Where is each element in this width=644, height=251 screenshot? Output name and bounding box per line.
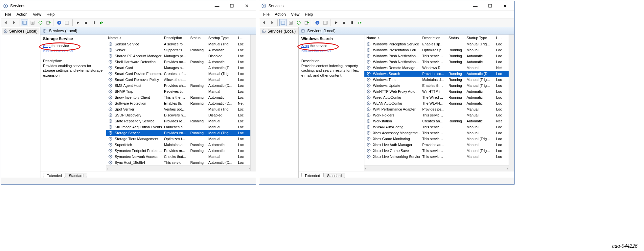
- forward-button[interactable]: [268, 19, 276, 26]
- service-row[interactable]: Spot Verifier Verifies pote... Manual (T…: [106, 106, 250, 112]
- menu-file[interactable]: File: [261, 12, 272, 17]
- properties-button[interactable]: [287, 19, 294, 26]
- vertical-scrollbar[interactable]: [509, 35, 514, 171]
- service-row[interactable]: Xbox Live Networking Service This servic…: [364, 154, 509, 160]
- start-service-button[interactable]: [333, 19, 340, 26]
- service-row[interactable]: Sync Host_15c8b4 This service ... Runnin…: [106, 160, 250, 165]
- stop-service-link[interactable]: Stop the service: [43, 44, 69, 48]
- pause-service-button[interactable]: [90, 19, 97, 26]
- service-row[interactable]: Storage Service Provides en... Running M…: [106, 130, 250, 136]
- maximize-button[interactable]: [483, 1, 497, 11]
- refresh-button[interactable]: [37, 19, 44, 26]
- service-row[interactable]: Xbox Live Game Save This service ... Man…: [364, 148, 509, 154]
- service-row[interactable]: Smart Card Manages ac... Automatic (T...…: [106, 65, 250, 71]
- service-row[interactable]: Windows Time Maintains d... Running Manu…: [364, 77, 509, 83]
- close-button[interactable]: ✕: [497, 1, 512, 11]
- col-logon[interactable]: Log: [494, 36, 504, 40]
- service-row[interactable]: Shell Hardware Detection Provides no... …: [106, 59, 250, 65]
- service-row[interactable]: Server Supports fil... Running Automatic…: [106, 47, 250, 53]
- service-row[interactable]: Still Image Acquisition Events Launches …: [106, 124, 250, 130]
- restart-service-button[interactable]: [98, 19, 105, 26]
- restart-service-link[interactable]: Restart the service: [43, 48, 103, 52]
- export-button[interactable]: [45, 19, 52, 26]
- service-row[interactable]: Windows Search Provides co... Running Au…: [364, 71, 509, 77]
- show-hide-tree-button[interactable]: [279, 19, 287, 26]
- menu-view[interactable]: View: [288, 12, 302, 17]
- col-description[interactable]: Description: [162, 36, 188, 40]
- tree-item-services-local[interactable]: Services (Local): [260, 28, 298, 35]
- menu-help[interactable]: Help: [44, 12, 58, 17]
- service-row[interactable]: Symantec Endpoint Protecti... Provides m…: [106, 148, 250, 154]
- minimize-button[interactable]: —: [468, 1, 483, 11]
- horizontal-scrollbar[interactable]: ‹›: [106, 165, 250, 171]
- help-button[interactable]: ?: [314, 19, 321, 26]
- service-row[interactable]: Windows Push Notification... This servic…: [364, 59, 509, 65]
- service-row[interactable]: Xbox Game Monitoring This service ... Ma…: [364, 136, 509, 142]
- col-status[interactable]: Status: [188, 36, 206, 40]
- properties-button[interactable]: [29, 19, 36, 26]
- menu-action[interactable]: Action: [14, 12, 30, 17]
- action-pane-button[interactable]: [63, 19, 71, 26]
- minimize-button[interactable]: —: [210, 1, 224, 11]
- start-service-button[interactable]: [74, 19, 81, 26]
- menu-file[interactable]: File: [2, 12, 14, 17]
- menu-help[interactable]: Help: [302, 12, 316, 17]
- service-row[interactable]: WinHTTP Web Proxy Auto-... WinHTTP i... …: [364, 88, 509, 94]
- col-startup-type[interactable]: Startup Type: [206, 36, 236, 40]
- service-row[interactable]: Smart Card Removal Policy Allows the s..…: [106, 77, 250, 83]
- vertical-scrollbar[interactable]: [250, 35, 256, 171]
- titlebar[interactable]: Services — ✕: [1, 1, 256, 11]
- restart-service-button[interactable]: [356, 19, 363, 26]
- col-logon[interactable]: Log: [236, 36, 246, 40]
- service-row[interactable]: Superfetch Maintains a... Running Automa…: [106, 142, 250, 148]
- restart-service-link[interactable]: Restart the service: [301, 48, 361, 52]
- menu-view[interactable]: View: [30, 12, 44, 17]
- list-column-headers[interactable]: Name▲ Description Status Startup Type Lo…: [364, 35, 509, 41]
- action-pane-button[interactable]: [322, 19, 329, 26]
- close-button[interactable]: ✕: [239, 1, 254, 11]
- stop-service-button[interactable]: [340, 19, 348, 26]
- service-row[interactable]: Xbox Accessory Manageme... This service …: [364, 130, 509, 136]
- maximize-button[interactable]: [224, 1, 239, 11]
- back-button[interactable]: [261, 19, 268, 26]
- col-description[interactable]: Description: [420, 36, 447, 40]
- col-name[interactable]: Name▲: [364, 36, 420, 40]
- service-row[interactable]: SNMP Trap Receives tra... Manual Loc: [106, 88, 250, 94]
- service-row[interactable]: Windows Remote Manage... Windows R... Ma…: [364, 65, 509, 71]
- service-row[interactable]: Smart Card Device Enumera... Creates sof…: [106, 71, 250, 77]
- help-button[interactable]: ?: [56, 19, 63, 26]
- tree-item-services-local[interactable]: Services (Local): [2, 28, 39, 35]
- horizontal-scrollbar[interactable]: ‹›: [364, 165, 509, 171]
- col-name[interactable]: Name▲: [106, 36, 162, 40]
- titlebar[interactable]: Services — ✕: [259, 1, 514, 11]
- col-status[interactable]: Status: [447, 36, 465, 40]
- service-row[interactable]: Wired AutoConfig The Wired ... Running A…: [364, 94, 509, 100]
- back-button[interactable]: [2, 19, 10, 26]
- service-row[interactable]: WMI Performance Adapter Provides pe... M…: [364, 106, 509, 112]
- col-startup-type[interactable]: Startup Type: [465, 36, 494, 40]
- service-row[interactable]: Xbox Live Auth Manager Provides au... Ma…: [364, 142, 509, 148]
- service-row[interactable]: Shared PC Account Manager Manages pr... …: [106, 53, 250, 59]
- service-row[interactable]: State Repository Service Provides re... …: [106, 118, 250, 124]
- service-row[interactable]: Windows Push Notification... This servic…: [364, 53, 509, 59]
- stop-service-link[interactable]: Stop the service: [301, 44, 327, 48]
- menu-action[interactable]: Action: [272, 12, 288, 17]
- pause-service-button[interactable]: [348, 19, 356, 26]
- service-row[interactable]: WWAN AutoConfig This service ... Manual …: [364, 124, 509, 130]
- service-row[interactable]: Windows Update Enables the ... Running M…: [364, 83, 509, 88]
- service-row[interactable]: Workstation Creates and... Running Autom…: [364, 118, 509, 124]
- tab-standard[interactable]: Standard: [323, 173, 345, 178]
- service-row[interactable]: Windows Presentation Fou... Optimizes p.…: [364, 47, 509, 53]
- service-row[interactable]: Work Folders This service ... Manual Loc: [364, 112, 509, 118]
- service-row[interactable]: Windows Perception Service Enables spa..…: [364, 41, 509, 47]
- tab-extended[interactable]: Extended: [43, 173, 65, 178]
- service-row[interactable]: WLAN AutoConfig The WLANS... Running Aut…: [364, 100, 509, 106]
- tab-standard[interactable]: Standard: [65, 173, 87, 178]
- list-column-headers[interactable]: Name▲ Description Status Startup Type Lo…: [106, 35, 250, 41]
- forward-button[interactable]: [10, 19, 17, 26]
- service-row[interactable]: Snow Inventory Client This is the S... R…: [106, 94, 250, 100]
- service-row[interactable]: Storage Tiers Management Optimizes t... …: [106, 136, 250, 142]
- export-button[interactable]: [303, 19, 310, 26]
- stop-service-button[interactable]: [82, 19, 89, 26]
- service-row[interactable]: Symantec Network Access ... Checks that.…: [106, 154, 250, 160]
